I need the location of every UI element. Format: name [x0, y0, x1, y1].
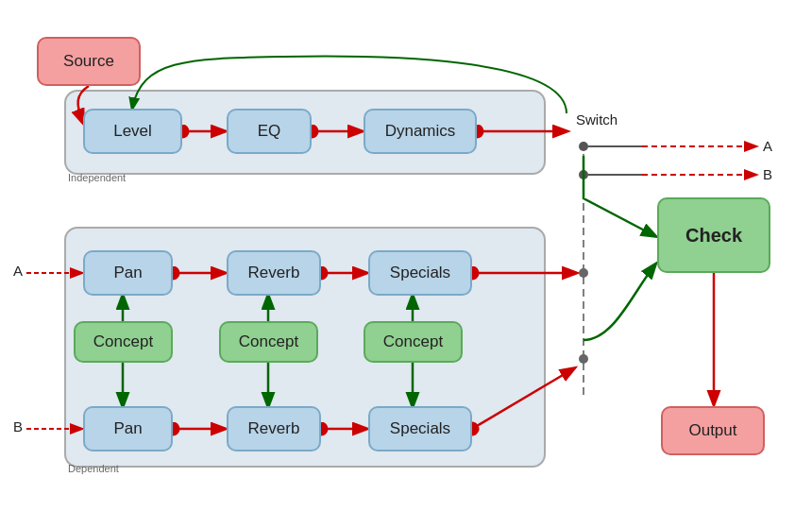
dynamics-node: Dynamics [364, 109, 477, 154]
svg-point-6 [579, 142, 588, 151]
pan-b-node: Pan [83, 406, 173, 451]
switch-label: Switch [576, 111, 617, 128]
b-top-label: B [763, 166, 772, 182]
svg-point-9 [579, 170, 588, 179]
pan-a-node: Pan [83, 250, 173, 296]
concept-1-node: Concept [74, 321, 173, 363]
a-left-label: A [13, 263, 23, 279]
svg-point-27 [579, 354, 588, 364]
b-left-label: B [13, 418, 23, 434]
specials-a-node: Specials [368, 250, 472, 296]
svg-point-16 [579, 268, 588, 278]
eq-node: EQ [227, 109, 312, 154]
a-top-label: A [763, 138, 772, 154]
concept-2-node: Concept [219, 321, 318, 363]
source-node: Source [37, 37, 141, 86]
reverb-b-node: Reverb [227, 406, 321, 451]
level-node: Level [83, 109, 182, 154]
check-node: Check [657, 197, 770, 273]
dependent-label: Dependent [68, 463, 119, 474]
concept-3-node: Concept [364, 321, 463, 363]
diagram: Independent Dependent [0, 0, 812, 528]
reverb-a-node: Reverb [227, 250, 321, 296]
specials-b-node: Specials [368, 406, 472, 451]
independent-label: Independent [68, 172, 126, 183]
output-node: Output [661, 406, 765, 455]
